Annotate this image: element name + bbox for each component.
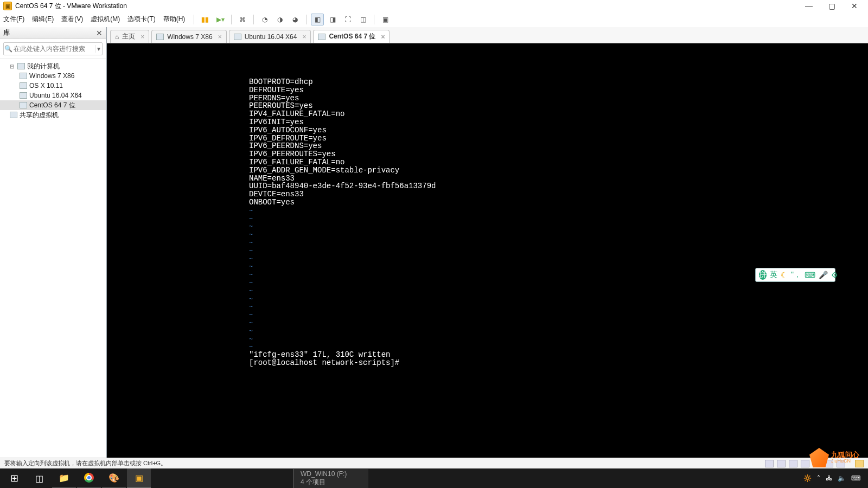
- tab-close-icon[interactable]: ×: [141, 33, 144, 41]
- console-view-button[interactable]: ▣: [379, 14, 392, 25]
- tree-label: Ubuntu 16.04 X64: [29, 92, 82, 99]
- tree-label: CentOS 64 7 位: [29, 101, 75, 110]
- tab-label: Windows 7 X86: [167, 33, 212, 41]
- tray-ime-icon[interactable]: ⌨: [851, 474, 860, 482]
- ime-floating-bar[interactable]: 拼 英 ☾ "， ⌨ 🎤 ⚙: [755, 268, 835, 282]
- vm-terminal[interactable]: BOOTPROTO=dhcp DEFROUTE=yes PEERDNS=yes …: [107, 43, 868, 458]
- tree-label: OS X 10.11: [29, 82, 63, 89]
- menu-help[interactable]: 帮助(H): [163, 15, 186, 24]
- library-sidebar: 库 ✕ 🔍 ▾ ⊟ 我的计算机 Windows 7 X86: [0, 27, 106, 458]
- keyboard-icon[interactable]: ⌨: [805, 271, 815, 279]
- vm-icon: [234, 34, 241, 40]
- body: 库 ✕ 🔍 ▾ ⊟ 我的计算机 Windows 7 X86: [0, 27, 868, 458]
- tab-close-icon[interactable]: ×: [381, 33, 385, 41]
- snapshot-manage-button[interactable]: ◕: [289, 14, 302, 25]
- device-usb-icon[interactable]: [801, 460, 809, 467]
- tab-vm[interactable]: Windows 7 X86 ×: [151, 30, 226, 43]
- tray-network-icon[interactable]: 🖧: [826, 474, 832, 482]
- tab-label: Ubuntu 16.04 X64: [245, 33, 297, 41]
- vm-icon: [20, 102, 27, 108]
- window-title: CentOS 64 7 位 - VMware Workstation: [15, 2, 801, 11]
- fox-icon: [809, 448, 829, 467]
- tab-close-icon[interactable]: ×: [302, 33, 306, 41]
- start-button[interactable]: ⊞: [2, 468, 26, 488]
- search-box[interactable]: 🔍 ▾: [3, 42, 103, 55]
- tree-my-computer[interactable]: ⊟ 我的计算机: [0, 61, 106, 71]
- mic-icon[interactable]: 🎤: [819, 271, 828, 279]
- device-network-icon[interactable]: [789, 460, 797, 467]
- device-floppy-icon[interactable]: [765, 460, 774, 467]
- menu-tabs[interactable]: 选项卡(T): [127, 15, 155, 24]
- maximize-button[interactable]: ▢: [824, 2, 840, 10]
- collapse-icon[interactable]: ⊟: [10, 63, 15, 69]
- snapshot-revert-button[interactable]: ◑: [273, 14, 286, 25]
- toolbar: ▮▮ ▶▾ ⌘ ◔ ◑ ◕ ◧ ◨ ⛶ ◫ ▣: [188, 12, 868, 27]
- tree-vm-item[interactable]: Windows 7 X86: [0, 71, 106, 81]
- search-dropdown-icon[interactable]: ▾: [95, 45, 102, 53]
- separator: [253, 15, 254, 24]
- ime-punct-icon[interactable]: "，: [791, 270, 801, 280]
- vm-icon: [20, 73, 27, 79]
- fullscreen-button[interactable]: ⛶: [341, 14, 354, 25]
- explorer-preview[interactable]: WD_WIN10 (F:) 4 个项目: [293, 469, 368, 488]
- taskbar-chrome[interactable]: [77, 468, 101, 488]
- tab-home[interactable]: ⌂ 主页 ×: [110, 30, 149, 43]
- ime-lang[interactable]: 英: [770, 270, 777, 280]
- send-ctrlaltdel-button[interactable]: ⌘: [236, 14, 249, 25]
- menu-file[interactable]: 文件(F): [3, 15, 24, 24]
- sidebar-close-icon[interactable]: ✕: [96, 29, 103, 37]
- tab-label: CentOS 64 7 位: [329, 32, 375, 41]
- vm-icon: [20, 92, 27, 99]
- watermark-text: 九狐问心 JiuHuCN: [831, 452, 859, 464]
- sidebar-search: 🔍 ▾: [0, 39, 106, 59]
- tree-vm-item-selected[interactable]: CentOS 64 7 位: [0, 100, 106, 110]
- play-dropdown-button[interactable]: ▶▾: [214, 14, 227, 25]
- pause-button[interactable]: ▮▮: [199, 14, 212, 25]
- tree-shared-vms[interactable]: 共享的虚拟机: [0, 110, 106, 120]
- search-icon: 🔍: [4, 45, 14, 53]
- taskbar-vmware[interactable]: ▣: [127, 468, 151, 488]
- sidebar-title: 库: [3, 28, 96, 37]
- separator: [194, 15, 194, 24]
- separator: [374, 15, 374, 24]
- menu-view[interactable]: 查看(V): [61, 15, 83, 24]
- close-button[interactable]: ✕: [846, 2, 863, 10]
- tree-label: 共享的虚拟机: [20, 111, 59, 120]
- tab-label: 主页: [122, 32, 135, 41]
- tray-volume-icon[interactable]: 🔈: [838, 474, 846, 482]
- tray-app-icon[interactable]: 🔆: [803, 474, 812, 482]
- menu-vm[interactable]: 虚拟机(M): [91, 15, 120, 24]
- gear-icon[interactable]: ⚙: [831, 271, 838, 279]
- layout-library-button[interactable]: ◧: [311, 14, 324, 25]
- shared-icon: [10, 112, 17, 118]
- ime-method-icon[interactable]: 拼: [759, 270, 767, 280]
- tray-chevron-up-icon[interactable]: ˄: [817, 474, 820, 482]
- tree-vm-item[interactable]: Ubuntu 16.04 X64: [0, 91, 106, 100]
- watermark: 九狐问心 JiuHuCN: [809, 447, 866, 468]
- tab-close-icon[interactable]: ×: [218, 33, 222, 41]
- tab-vm-active[interactable]: CentOS 64 7 位 ×: [313, 30, 390, 43]
- minimize-button[interactable]: —: [801, 2, 817, 10]
- taskbar-paint[interactable]: 🎨: [102, 468, 126, 488]
- windows-taskbar: ⊞ ◫ 📁 🎨 ▣ WD_WIN10 (F:) 4 个项目 🔆 ˄ 🖧 🔈 ⌨: [0, 468, 868, 488]
- separator: [306, 15, 307, 24]
- search-input[interactable]: [14, 45, 95, 53]
- titlebar: ▣ CentOS 64 7 位 - VMware Workstation — ▢…: [0, 0, 868, 12]
- tree-vm-item[interactable]: OS X 10.11: [0, 81, 106, 91]
- system-tray: 🔆 ˄ 🖧 🔈 ⌨: [803, 474, 866, 482]
- taskbar-file-explorer[interactable]: 📁: [52, 468, 76, 488]
- unity-button[interactable]: ◫: [356, 14, 369, 25]
- moon-icon[interactable]: ☾: [781, 271, 788, 279]
- menu-edit[interactable]: 编辑(E): [32, 15, 54, 24]
- vmware-statusbar: 要将输入定向到该虚拟机，请在虚拟机内部单击或按 Ctrl+G。: [0, 458, 868, 468]
- device-cd-icon[interactable]: [777, 460, 786, 467]
- taskview-button[interactable]: ◫: [27, 468, 51, 488]
- tab-vm[interactable]: Ubuntu 16.04 X64 ×: [229, 30, 311, 43]
- snapshot-take-button[interactable]: ◔: [258, 14, 271, 25]
- layout-thumbnail-button[interactable]: ◨: [326, 14, 339, 25]
- windows-logo-icon: ⊞: [10, 472, 18, 484]
- vm-icon: [318, 34, 326, 40]
- tree-label: 我的计算机: [27, 62, 60, 71]
- vm-icon: [156, 34, 164, 40]
- tabstrip: ⌂ 主页 × Windows 7 X86 × Ubuntu 16.04 X64 …: [107, 27, 868, 43]
